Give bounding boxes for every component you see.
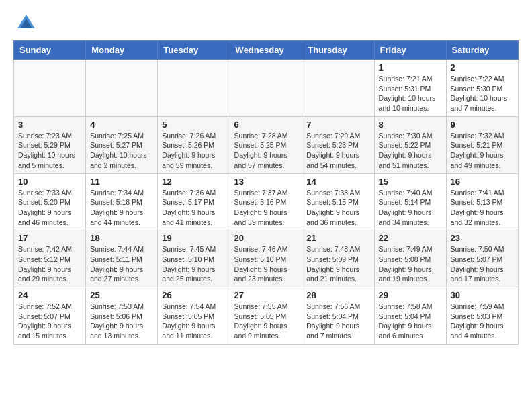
calendar-week-row: 3Sunrise: 7:23 AM Sunset: 5:29 PM Daylig… — [14, 116, 519, 173]
day-info: Sunrise: 7:45 AM Sunset: 5:10 PM Dayligh… — [162, 244, 225, 284]
day-number: 11 — [90, 177, 153, 187]
day-number: 4 — [90, 120, 153, 130]
day-info: Sunrise: 7:41 AM Sunset: 5:13 PM Dayligh… — [451, 188, 514, 228]
calendar-day-cell — [14, 60, 86, 117]
calendar-day-cell — [158, 60, 230, 117]
day-number: 21 — [306, 233, 369, 243]
logo-icon — [16, 13, 36, 34]
calendar-day-cell: 15Sunrise: 7:40 AM Sunset: 5:14 PM Dayli… — [374, 173, 446, 230]
day-info: Sunrise: 7:58 AM Sunset: 5:04 PM Dayligh… — [379, 302, 442, 341]
calendar-day-cell: 26Sunrise: 7:54 AM Sunset: 5:05 PM Dayli… — [158, 287, 230, 345]
day-number: 3 — [18, 120, 81, 130]
day-info: Sunrise: 7:54 AM Sunset: 5:05 PM Dayligh… — [162, 302, 225, 341]
day-info: Sunrise: 7:38 AM Sunset: 5:15 PM Dayligh… — [306, 188, 369, 228]
day-of-week-header: Saturday — [446, 41, 518, 60]
calendar-day-cell: 7Sunrise: 7:29 AM Sunset: 5:23 PM Daylig… — [302, 116, 374, 173]
calendar-day-cell: 19Sunrise: 7:45 AM Sunset: 5:10 PM Dayli… — [158, 230, 230, 287]
day-info: Sunrise: 7:46 AM Sunset: 5:10 PM Dayligh… — [234, 244, 298, 284]
calendar-day-cell: 6Sunrise: 7:28 AM Sunset: 5:25 PM Daylig… — [230, 116, 302, 173]
day-number: 6 — [234, 120, 298, 130]
calendar-day-cell: 11Sunrise: 7:34 AM Sunset: 5:18 PM Dayli… — [86, 173, 158, 230]
day-info: Sunrise: 7:53 AM Sunset: 5:06 PM Dayligh… — [90, 302, 153, 341]
calendar-day-cell — [86, 60, 158, 117]
day-info: Sunrise: 7:28 AM Sunset: 5:25 PM Dayligh… — [234, 131, 298, 171]
calendar-day-cell: 13Sunrise: 7:37 AM Sunset: 5:16 PM Dayli… — [230, 173, 302, 230]
day-info: Sunrise: 7:22 AM Sunset: 5:30 PM Dayligh… — [451, 74, 514, 113]
day-number: 28 — [306, 290, 369, 300]
day-of-week-header: Tuesday — [158, 41, 230, 60]
day-info: Sunrise: 7:30 AM Sunset: 5:22 PM Dayligh… — [379, 131, 442, 171]
day-info: Sunrise: 7:25 AM Sunset: 5:27 PM Dayligh… — [90, 131, 153, 171]
calendar-day-cell: 17Sunrise: 7:42 AM Sunset: 5:12 PM Dayli… — [14, 230, 86, 287]
day-number: 9 — [451, 120, 514, 130]
day-info: Sunrise: 7:59 AM Sunset: 5:03 PM Dayligh… — [451, 302, 514, 341]
day-number: 27 — [234, 290, 298, 300]
calendar-day-cell: 1Sunrise: 7:21 AM Sunset: 5:31 PM Daylig… — [374, 60, 446, 117]
day-of-week-header: Monday — [86, 41, 158, 60]
day-info: Sunrise: 7:36 AM Sunset: 5:17 PM Dayligh… — [162, 188, 225, 228]
calendar-day-cell: 25Sunrise: 7:53 AM Sunset: 5:06 PM Dayli… — [86, 287, 158, 345]
calendar-day-cell: 12Sunrise: 7:36 AM Sunset: 5:17 PM Dayli… — [158, 173, 230, 230]
calendar-day-cell: 14Sunrise: 7:38 AM Sunset: 5:15 PM Dayli… — [302, 173, 374, 230]
day-number: 14 — [306, 177, 369, 187]
day-info: Sunrise: 7:23 AM Sunset: 5:29 PM Dayligh… — [18, 131, 81, 171]
calendar-day-cell: 9Sunrise: 7:32 AM Sunset: 5:21 PM Daylig… — [446, 116, 518, 173]
day-info: Sunrise: 7:49 AM Sunset: 5:08 PM Dayligh… — [379, 244, 442, 284]
day-number: 5 — [162, 120, 225, 130]
day-info: Sunrise: 7:26 AM Sunset: 5:26 PM Dayligh… — [162, 131, 225, 171]
page-header — [13, 13, 519, 34]
day-number: 10 — [18, 177, 81, 187]
calendar-day-cell: 22Sunrise: 7:49 AM Sunset: 5:08 PM Dayli… — [374, 230, 446, 287]
calendar-header-row: SundayMondayTuesdayWednesdayThursdayFrid… — [14, 41, 519, 60]
day-number: 15 — [379, 177, 442, 187]
day-of-week-header: Sunday — [14, 41, 86, 60]
calendar-day-cell: 24Sunrise: 7:52 AM Sunset: 5:07 PM Dayli… — [14, 287, 86, 345]
calendar-day-cell: 23Sunrise: 7:50 AM Sunset: 5:07 PM Dayli… — [446, 230, 518, 287]
calendar-day-cell: 21Sunrise: 7:48 AM Sunset: 5:09 PM Dayli… — [302, 230, 374, 287]
day-info: Sunrise: 7:50 AM Sunset: 5:07 PM Dayligh… — [451, 244, 514, 284]
day-number: 24 — [18, 290, 81, 300]
calendar-day-cell: 28Sunrise: 7:56 AM Sunset: 5:04 PM Dayli… — [302, 287, 374, 345]
day-info: Sunrise: 7:21 AM Sunset: 5:31 PM Dayligh… — [379, 74, 442, 113]
day-number: 25 — [90, 290, 153, 300]
day-of-week-header: Friday — [374, 41, 446, 60]
day-number: 8 — [379, 120, 442, 130]
calendar-day-cell: 27Sunrise: 7:55 AM Sunset: 5:05 PM Dayli… — [230, 287, 302, 345]
calendar-day-cell: 16Sunrise: 7:41 AM Sunset: 5:13 PM Dayli… — [446, 173, 518, 230]
day-number: 19 — [162, 233, 225, 243]
day-info: Sunrise: 7:55 AM Sunset: 5:05 PM Dayligh… — [234, 302, 298, 341]
day-info: Sunrise: 7:56 AM Sunset: 5:04 PM Dayligh… — [306, 302, 369, 341]
calendar-day-cell: 20Sunrise: 7:46 AM Sunset: 5:10 PM Dayli… — [230, 230, 302, 287]
day-info: Sunrise: 7:33 AM Sunset: 5:20 PM Dayligh… — [18, 188, 81, 228]
day-info: Sunrise: 7:29 AM Sunset: 5:23 PM Dayligh… — [306, 131, 369, 171]
day-info: Sunrise: 7:37 AM Sunset: 5:16 PM Dayligh… — [234, 188, 298, 228]
calendar-day-cell: 2Sunrise: 7:22 AM Sunset: 5:30 PM Daylig… — [446, 60, 518, 117]
calendar-day-cell: 5Sunrise: 7:26 AM Sunset: 5:26 PM Daylig… — [158, 116, 230, 173]
day-number: 18 — [90, 233, 153, 243]
day-number: 12 — [162, 177, 225, 187]
day-number: 23 — [451, 233, 514, 243]
day-info: Sunrise: 7:42 AM Sunset: 5:12 PM Dayligh… — [18, 244, 81, 284]
day-of-week-header: Thursday — [302, 41, 374, 60]
day-number: 20 — [234, 233, 298, 243]
calendar-day-cell — [302, 60, 374, 117]
day-number: 17 — [18, 233, 81, 243]
day-of-week-header: Wednesday — [230, 41, 302, 60]
calendar-day-cell: 30Sunrise: 7:59 AM Sunset: 5:03 PM Dayli… — [446, 287, 518, 345]
day-info: Sunrise: 7:52 AM Sunset: 5:07 PM Dayligh… — [18, 302, 81, 341]
calendar-day-cell: 3Sunrise: 7:23 AM Sunset: 5:29 PM Daylig… — [14, 116, 86, 173]
calendar-week-row: 1Sunrise: 7:21 AM Sunset: 5:31 PM Daylig… — [14, 60, 519, 117]
day-number: 30 — [451, 290, 514, 300]
day-number: 22 — [379, 233, 442, 243]
day-number: 1 — [379, 62, 442, 73]
calendar-week-row: 10Sunrise: 7:33 AM Sunset: 5:20 PM Dayli… — [14, 173, 519, 230]
day-number: 29 — [379, 290, 442, 300]
calendar-table: SundayMondayTuesdayWednesdayThursdayFrid… — [13, 40, 519, 345]
day-info: Sunrise: 7:44 AM Sunset: 5:11 PM Dayligh… — [90, 244, 153, 284]
calendar-day-cell: 10Sunrise: 7:33 AM Sunset: 5:20 PM Dayli… — [14, 173, 86, 230]
day-info: Sunrise: 7:32 AM Sunset: 5:21 PM Dayligh… — [451, 131, 514, 171]
calendar-week-row: 24Sunrise: 7:52 AM Sunset: 5:07 PM Dayli… — [14, 287, 519, 345]
logo — [13, 13, 36, 34]
calendar-day-cell: 18Sunrise: 7:44 AM Sunset: 5:11 PM Dayli… — [86, 230, 158, 287]
day-info: Sunrise: 7:48 AM Sunset: 5:09 PM Dayligh… — [306, 244, 369, 284]
